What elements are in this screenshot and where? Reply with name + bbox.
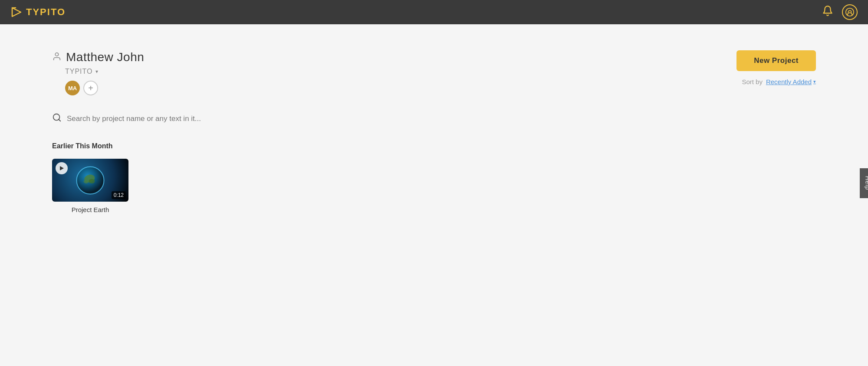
sort-row: Sort by Recently Added ▾ <box>742 78 816 85</box>
workspace-chevron-icon: ▾ <box>95 69 98 75</box>
user-avatar-icon[interactable] <box>842 4 858 20</box>
svg-marker-0 <box>12 8 21 16</box>
sort-label: Sort by <box>742 78 763 85</box>
sort-value[interactable]: Recently Added ▾ <box>766 78 816 85</box>
projects-grid: 0:12 Project Earth <box>52 159 816 213</box>
add-member-button[interactable]: + <box>83 81 98 95</box>
workspace-name: TYPITO <box>65 68 93 75</box>
new-project-button[interactable]: New Project <box>736 50 816 71</box>
help-label: Help <box>865 176 868 190</box>
logo[interactable]: TYPITO <box>10 6 66 18</box>
section-title: Earlier This Month <box>52 142 816 150</box>
members-row: MA + <box>65 81 144 95</box>
project-name: Project Earth <box>52 206 128 213</box>
user-name-row: Matthew John <box>52 50 144 64</box>
bell-icon[interactable] <box>822 5 833 19</box>
topbar-right <box>822 4 858 20</box>
search-input[interactable] <box>67 114 240 123</box>
svg-line-5 <box>59 119 60 121</box>
right-actions: New Project Sort by Recently Added ▾ <box>736 50 816 85</box>
main-content: Matthew John TYPITO ▾ MA + New Project S… <box>0 24 868 231</box>
help-button[interactable]: Help <box>860 168 868 198</box>
member-avatar[interactable]: MA <box>65 81 80 95</box>
search-icon <box>52 113 62 125</box>
logo-text: TYPITO <box>26 7 66 18</box>
user-info: Matthew John TYPITO ▾ MA + <box>52 50 144 95</box>
svg-point-9 <box>89 179 95 183</box>
workspace-row[interactable]: TYPITO ▾ <box>65 68 144 75</box>
duration-badge: 0:12 <box>112 191 126 199</box>
svg-point-2 <box>846 8 854 16</box>
svg-marker-12 <box>60 166 64 170</box>
header-row: Matthew John TYPITO ▾ MA + New Project S… <box>52 50 816 95</box>
globe-svg <box>75 165 105 196</box>
project-card[interactable]: 0:12 Project Earth <box>52 159 128 213</box>
play-button[interactable] <box>56 162 68 174</box>
search-row <box>52 113 816 125</box>
logo-icon <box>10 6 23 18</box>
user-name: Matthew John <box>66 50 144 64</box>
person-icon <box>52 52 62 63</box>
topbar: TYPITO <box>0 0 868 24</box>
project-thumbnail: 0:12 <box>52 159 128 202</box>
sort-chevron-icon: ▾ <box>813 79 816 85</box>
svg-point-3 <box>55 52 58 56</box>
